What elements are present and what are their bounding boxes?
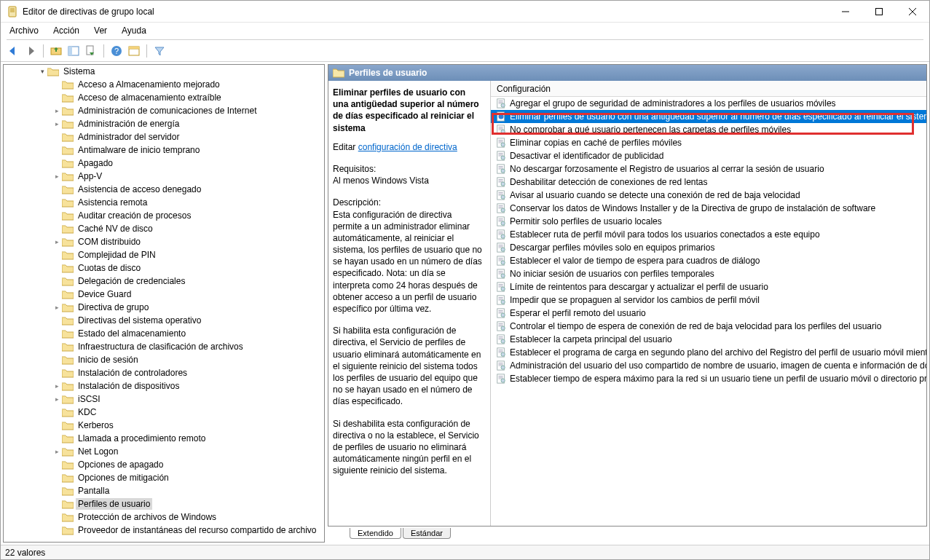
setting-label: Establecer el programa de carga en segun… <box>510 347 926 358</box>
settings-list-body[interactable]: Agregar el grupo de seguridad de adminis… <box>491 97 926 526</box>
tree-item[interactable]: Directiva de grupo <box>4 301 325 314</box>
properties-button[interactable] <box>126 43 142 59</box>
tree-item[interactable]: Protección de archivos de Windows <box>4 510 325 524</box>
tree-item[interactable]: iSCSI <box>4 393 325 406</box>
setting-row[interactable]: Establecer el valor de tiempo de espera … <box>491 254 926 267</box>
setting-row[interactable]: Esperar el perfil remoto del usuario <box>491 307 926 320</box>
toolbar: ? <box>1 41 929 61</box>
back-button[interactable] <box>5 43 21 59</box>
tree-item[interactable]: Proveedor de instantáneas del recurso co… <box>4 524 325 537</box>
maximize-button[interactable] <box>862 1 896 23</box>
tab-extendido[interactable]: Extendido <box>350 528 401 539</box>
svg-point-58 <box>501 208 505 212</box>
folder-icon <box>62 433 74 443</box>
expand-icon[interactable] <box>52 238 62 245</box>
tree-item[interactable]: KDC <box>4 406 325 419</box>
tree-item[interactable]: Asistencia remota <box>4 196 325 209</box>
menu-ver[interactable]: Ver <box>87 24 114 37</box>
tree-item[interactable]: Delegación de credenciales <box>4 275 325 288</box>
edit-policy-link[interactable]: configuración de directiva <box>358 142 457 152</box>
close-button[interactable] <box>896 1 929 23</box>
setting-row[interactable]: Establecer el programa de carga en segun… <box>491 346 926 359</box>
expand-icon[interactable] <box>52 120 62 127</box>
expand-icon[interactable] <box>52 107 62 114</box>
setting-row[interactable]: Impedir que se propaguen al servidor los… <box>491 293 926 307</box>
setting-row[interactable]: Establecer ruta de perfil móvil para tod… <box>491 228 926 241</box>
expand-icon[interactable] <box>52 382 62 390</box>
tree-item[interactable]: Estado del almacenamiento <box>4 327 325 340</box>
setting-row[interactable]: Deshabilitar detección de conexiones de … <box>491 176 926 189</box>
setting-row[interactable]: Eliminar perfiles de usuario con una ant… <box>491 110 926 123</box>
menu-accion[interactable]: Acción <box>46 24 87 37</box>
minimize-button[interactable] <box>829 1 862 23</box>
up-folder-button[interactable] <box>48 43 64 59</box>
setting-icon <box>495 373 507 384</box>
tree-item[interactable]: Inicio de sesión <box>4 353 325 366</box>
setting-row[interactable]: Agregar el grupo de seguridad de adminis… <box>491 97 926 110</box>
tree-item[interactable]: Instalación de dispositivos <box>4 379 325 393</box>
setting-row[interactable]: Conservar los datos de Windows Installer… <box>491 202 926 215</box>
edit-label: Editar <box>333 142 355 152</box>
tree-item[interactable]: Kerberos <box>4 419 325 432</box>
setting-row[interactable]: Eliminar copias en caché de perfiles móv… <box>491 136 926 149</box>
tree-item-label: KDC <box>76 406 98 418</box>
menu-archivo[interactable]: Archivo <box>2 24 46 37</box>
tree-item[interactable]: Administración de energía <box>4 117 325 130</box>
tree-item[interactable]: COM distribuido <box>4 235 325 248</box>
setting-label: Conservar los datos de Windows Installer… <box>510 203 875 213</box>
tree-item[interactable]: Acceso a Almacenamiento mejorado <box>4 78 325 91</box>
tree-item[interactable]: Complejidad de PIN <box>4 248 325 261</box>
tree-item[interactable]: Llamada a procedimiento remoto <box>4 432 325 445</box>
setting-row[interactable]: Controlar el tiempo de espera de conexió… <box>491 320 926 333</box>
tree-item[interactable]: Directivas del sistema operativo <box>4 314 325 327</box>
setting-row[interactable]: No comprobar a qué usuario pertenecen la… <box>491 123 926 136</box>
setting-label: Eliminar copias en caché de perfiles móv… <box>510 138 682 148</box>
expand-icon[interactable] <box>52 173 62 180</box>
tree-item[interactable]: Net Logon <box>4 445 325 458</box>
setting-row[interactable]: Descargar perfiles móviles solo en equip… <box>491 241 926 254</box>
setting-row[interactable]: Administración del usuario del uso compa… <box>491 359 926 372</box>
tree-item[interactable]: Caché NV de disco <box>4 222 325 235</box>
menu-ayuda[interactable]: Ayuda <box>114 24 154 37</box>
tree-item[interactable]: Cuotas de disco <box>4 261 325 275</box>
tree-item[interactable]: Acceso de almacenamiento extraíble <box>4 91 325 104</box>
setting-row[interactable]: No iniciar sesión de usuarios con perfil… <box>491 267 926 280</box>
tree-item[interactable]: Auditar creación de procesos <box>4 209 325 222</box>
tree-item[interactable]: Perfiles de usuario <box>4 497 325 510</box>
tree-item[interactable]: Apagado <box>4 157 325 170</box>
tree-item[interactable]: Asistencia de acceso denegado <box>4 183 325 196</box>
setting-row[interactable]: No descargar forzosamente el Registro de… <box>491 162 926 176</box>
setting-row[interactable]: Permitir solo perfiles de usuario locale… <box>491 215 926 228</box>
tree-item[interactable]: App-V <box>4 170 325 183</box>
tree-pane[interactable]: SistemaAcceso a Almacenamiento mejoradoA… <box>3 64 325 543</box>
setting-row[interactable]: Establecer tiempo de espera máximo para … <box>491 372 926 385</box>
setting-row[interactable]: Límite de reintentos para descargar y ac… <box>491 280 926 293</box>
folder-icon <box>62 342 74 352</box>
tree-item[interactable]: Opciones de apagado <box>4 458 325 471</box>
tree-item[interactable]: Administrador del servidor <box>4 130 325 143</box>
tree-item[interactable]: Opciones de mitigación <box>4 471 325 484</box>
export-list-button[interactable] <box>83 43 99 59</box>
setting-row[interactable]: Desactivar el identificador de publicida… <box>491 149 926 162</box>
forward-button[interactable] <box>23 43 39 59</box>
tab-estandar[interactable]: Estándar <box>403 528 451 539</box>
expand-icon[interactable] <box>37 68 47 75</box>
tree-item[interactable]: Infraestructura de clasificación de arch… <box>4 340 325 353</box>
setting-label: Eliminar perfiles de usuario con una ant… <box>510 111 926 122</box>
tree-item[interactable]: Device Guard <box>4 288 325 301</box>
tree-item[interactable]: Antimalware de inicio temprano <box>4 143 325 157</box>
show-hide-tree-button[interactable] <box>66 43 82 59</box>
setting-icon <box>495 124 507 135</box>
help-button[interactable]: ? <box>109 43 125 59</box>
expand-icon[interactable] <box>52 395 62 403</box>
tree-item[interactable]: Instalación de controladores <box>4 366 325 379</box>
tree-item[interactable]: Sistema <box>4 65 325 78</box>
expand-icon[interactable] <box>52 448 62 455</box>
expand-icon[interactable] <box>52 304 62 311</box>
settings-list-header[interactable]: Configuración <box>491 81 926 97</box>
filter-button[interactable] <box>151 43 168 59</box>
setting-row[interactable]: Establecer la carpeta principal del usua… <box>491 333 926 346</box>
setting-row[interactable]: Avisar al usuario cuando se detecte una … <box>491 189 926 202</box>
tree-item[interactable]: Administración de comunicaciones de Inte… <box>4 104 325 117</box>
tree-item[interactable]: Pantalla <box>4 484 325 497</box>
